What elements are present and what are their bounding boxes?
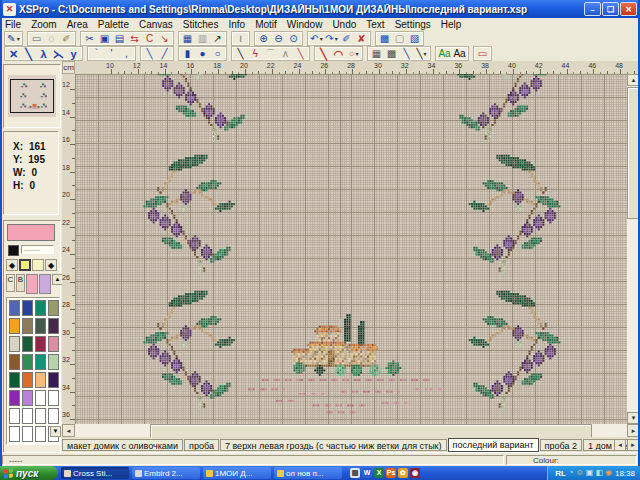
quicklaunch-excel-icon[interactable]: X <box>374 468 384 478</box>
outline-circle-button[interactable]: ○▾ <box>346 48 361 60</box>
palette-swatch[interactable] <box>9 300 20 316</box>
tabs-scroll-left-button[interactable]: ◄ <box>614 439 626 451</box>
menu-file[interactable]: File <box>0 19 26 30</box>
copy-button[interactable]: ▣ <box>97 33 112 45</box>
new-design-button[interactable]: ▢ <box>392 33 407 45</box>
tray-shield-icon[interactable]: ▣ <box>586 468 594 478</box>
pointer-button[interactable]: ↗ <box>210 33 225 45</box>
half-stitch-back-button[interactable]: ╲ <box>21 48 36 60</box>
current-thread-color[interactable] <box>7 224 55 241</box>
curve-stitch-button[interactable]: ◠ <box>331 48 346 60</box>
c-mode-button[interactable]: C <box>6 274 15 292</box>
taskbar-task[interactable]: 1МОИ Д... <box>203 467 271 479</box>
palette-swatch[interactable] <box>35 318 46 334</box>
menu-canvas[interactable]: Canvas <box>134 19 178 30</box>
palette-swatch[interactable] <box>35 426 46 442</box>
mirror-button[interactable]: ⇆ <box>127 33 142 45</box>
palette-swatch[interactable] <box>48 408 59 424</box>
backstitch-down-button[interactable]: ╲ <box>142 48 157 60</box>
navigator-canvas[interactable] <box>8 75 56 117</box>
rect-select-button[interactable]: ▭ <box>29 33 44 45</box>
design-tab[interactable]: проба <box>184 439 219 451</box>
quicklaunch-terminal-icon[interactable]: ▤ <box>350 468 360 478</box>
image-button[interactable]: ▦ <box>180 33 195 45</box>
thread-button[interactable]: ≀ <box>233 33 248 45</box>
menu-motif[interactable]: Motif <box>250 19 282 30</box>
menu-undo[interactable]: Undo <box>327 19 361 30</box>
palette-swatch[interactable] <box>22 408 33 424</box>
petite-stitch-1-button[interactable]: ` <box>89 48 104 60</box>
menu-settings[interactable]: Settings <box>390 19 436 30</box>
text-tool-button[interactable]: Aa <box>452 48 467 60</box>
palette-swatch[interactable] <box>48 336 59 352</box>
thread-swatch-1[interactable] <box>26 274 38 294</box>
grid-motif-button[interactable]: ▦ <box>369 48 384 60</box>
navigator-preview[interactable] <box>3 64 61 128</box>
b-mode-button[interactable]: B <box>16 274 25 292</box>
taskbar-task[interactable]: Embird 2... <box>132 467 200 479</box>
horizontal-scroll-thumb[interactable] <box>150 424 592 438</box>
minimize-button[interactable]: – <box>584 2 601 16</box>
palette-swatch[interactable] <box>48 354 59 370</box>
language-indicator[interactable]: RL <box>555 469 566 478</box>
blend-value-field[interactable]: -------- <box>21 245 54 254</box>
color-a-swatch[interactable] <box>19 259 31 271</box>
blend-diamond-left[interactable]: ◆ <box>6 259 18 271</box>
design-tab[interactable]: макет домик с оливочками <box>62 439 183 451</box>
scroll-left-button[interactable]: ◄ <box>62 424 75 437</box>
open-design-button[interactable]: ▨ <box>407 33 422 45</box>
menu-info[interactable]: Info <box>223 19 250 30</box>
dashed-select-button[interactable]: ▭ <box>475 48 490 60</box>
palette-swatch[interactable] <box>22 426 33 442</box>
palette-swatch[interactable] <box>9 336 20 352</box>
pencil-tool-button[interactable]: ✎▾ <box>6 33 21 45</box>
longstitch-blue-button[interactable]: ╲ <box>399 48 414 60</box>
menu-help[interactable]: Help <box>436 19 467 30</box>
longstitch-black-button[interactable]: ╲▾ <box>414 48 429 60</box>
palette-swatch[interactable] <box>22 318 33 334</box>
tray-globe-icon[interactable]: ◔ <box>569 468 574 478</box>
draw-pen-button[interactable]: ✐ <box>339 33 354 45</box>
quicklaunch-media-icon[interactable]: ◉ <box>410 468 420 478</box>
thread-swatch-2[interactable] <box>39 274 51 294</box>
redo-button[interactable]: ↷▾ <box>324 33 339 45</box>
petite-stitch-2-button[interactable]: ' <box>104 48 119 60</box>
paste-button[interactable]: ▤ <box>112 33 127 45</box>
palette-swatch[interactable] <box>22 354 33 370</box>
taskbar-task[interactable]: Cross Sti... <box>61 467 129 479</box>
quicklaunch-photoshop-icon[interactable]: Ps <box>386 468 396 478</box>
palette-scroll-down-button[interactable]: ▼ <box>50 426 61 437</box>
blend-diamond-right[interactable]: ◆ <box>45 259 57 271</box>
palette-swatch[interactable] <box>9 372 20 388</box>
menu-zoom[interactable]: Zoom <box>26 19 62 30</box>
zoom-in-button[interactable]: ⊕ <box>256 33 271 45</box>
design-tab[interactable]: 7 верхн левая гроздь (с частью ниж ветки… <box>220 439 447 451</box>
menu-window[interactable]: Window <box>282 19 328 30</box>
color-b-swatch[interactable] <box>32 259 44 271</box>
taskbar-task[interactable]: ол нов п... <box>274 467 342 479</box>
petite-stitch-3-button[interactable]: , <box>119 48 134 60</box>
palette-swatch[interactable] <box>9 408 20 424</box>
horizontal-scrollbar[interactable]: ◄ ► <box>62 424 640 437</box>
cut-button[interactable]: ✂ <box>82 33 97 45</box>
black-color-swatch[interactable] <box>8 245 19 256</box>
stitch-canvas[interactable] <box>75 74 627 424</box>
rotate-button[interactable]: C <box>142 33 157 45</box>
maximize-button[interactable]: ❏ <box>602 2 619 16</box>
palette-swatch[interactable] <box>35 354 46 370</box>
backstitch-up-button[interactable]: ╱ <box>157 48 172 60</box>
cross-stitch-button[interactable]: ✕ <box>6 48 21 60</box>
palette-swatch[interactable] <box>35 408 46 424</box>
palette-swatch[interactable] <box>22 336 33 352</box>
palette-swatch[interactable] <box>9 318 20 334</box>
lasso-select-button[interactable]: ◌ <box>44 33 59 45</box>
bead-tall-button[interactable]: ▮ <box>180 48 195 60</box>
quarter-stitch-back-button[interactable]: ⋋ <box>51 48 66 60</box>
palette-swatch[interactable] <box>35 372 46 388</box>
half-stitch-fwd-button[interactable]: λ <box>36 48 51 60</box>
copy-design-button[interactable]: ▩ <box>377 33 392 45</box>
pattern-motif-button[interactable]: ▩ <box>384 48 399 60</box>
text-color-tool-button[interactable]: Aa <box>437 48 452 60</box>
quicklaunch-flower-icon[interactable]: ✿ <box>398 468 408 478</box>
menu-palette[interactable]: Palette <box>93 19 134 30</box>
